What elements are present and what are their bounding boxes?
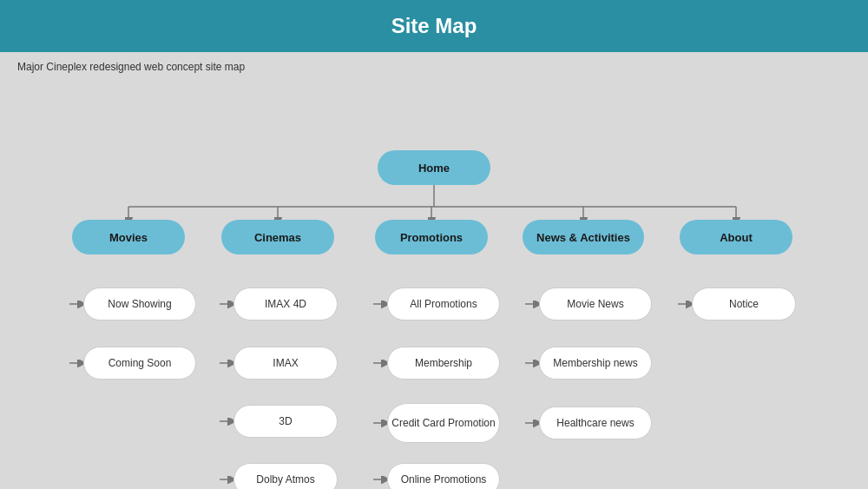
node-credit-card: Credit Card Promotion: [387, 403, 500, 443]
node-all-promotions: All Promotions: [387, 287, 500, 320]
node-3d: 3D: [233, 405, 338, 438]
page-title: Site Map: [391, 14, 477, 38]
main-content: Major Cineplex redesigned web concept si…: [0, 52, 868, 489]
node-imax: IMAX: [233, 347, 338, 380]
node-online-promotions: Online Promotions: [387, 463, 500, 489]
node-promotions: Promotions: [375, 220, 488, 254]
node-coming-soon: Coming Soon: [83, 347, 196, 380]
node-imax4d: IMAX 4D: [233, 287, 338, 320]
node-dolby: Dolby Atmos: [233, 463, 338, 489]
node-membership: Membership: [387, 347, 500, 380]
node-movie-news: Movie News: [539, 287, 652, 320]
node-about: About: [680, 220, 792, 254]
subtitle-text: Major Cineplex redesigned web concept si…: [17, 61, 851, 73]
page-header: Site Map: [0, 0, 868, 52]
node-healthcare-news: Healthcare news: [539, 406, 652, 439]
node-news: News & Activities: [523, 220, 644, 254]
node-now-showing: Now Showing: [83, 287, 196, 320]
node-movies: Movies: [72, 220, 185, 254]
node-notice: Notice: [692, 287, 796, 320]
node-cinemas: Cinemas: [221, 220, 334, 254]
node-home: Home: [378, 150, 490, 185]
node-membership-news: Membership news: [539, 347, 652, 380]
